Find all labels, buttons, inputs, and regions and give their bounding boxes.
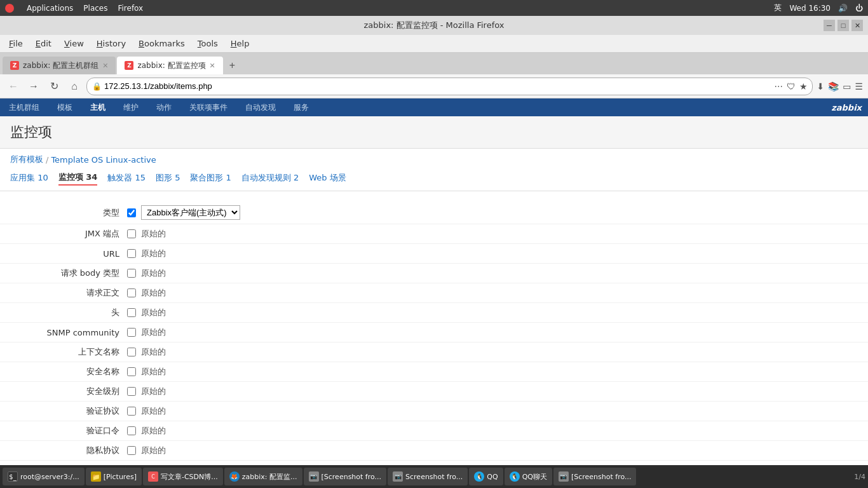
filter-seclevel-checkbox[interactable] <box>127 387 136 396</box>
shield-icon[interactable]: 🛡 <box>787 81 796 92</box>
sub-tabs: 应用集 10 监控项 34 触发器 15 图形 5 聚合图形 1 自动发现规则 … <box>10 170 858 186</box>
filter-jmx-checkbox[interactable] <box>127 229 136 238</box>
places-menu[interactable]: Places <box>83 4 107 13</box>
nav-discovery[interactable]: 自动发现 <box>243 102 278 113</box>
home-button[interactable]: ⌂ <box>66 78 83 95</box>
task-qqchat-label: QQ聊天 <box>522 472 547 473</box>
task-screenshot1-icon: 📷 <box>309 471 319 473</box>
download-icon[interactable]: ⬇ <box>817 81 824 92</box>
task-qqchat[interactable]: 🐧 QQ聊天 <box>505 468 552 473</box>
title-bar: zabbix: 配置监控项 - Mozilla Firefox ─ □ ✕ <box>0 16 868 35</box>
menu-edit[interactable]: Edit <box>29 36 58 51</box>
task-qq[interactable]: 🐧 QQ <box>469 468 503 473</box>
nav-services[interactable]: 服务 <box>291 102 311 113</box>
filter-seclevel-label: 安全级别 <box>0 386 127 397</box>
applications-menu[interactable]: Applications <box>27 4 73 13</box>
task-csdn[interactable]: C 写文章-CSDN博... <box>143 468 223 473</box>
tab-0-icon: Z <box>10 61 19 70</box>
task-screenshot2[interactable]: 📷 Screenshot fro... <box>388 468 468 473</box>
filter-body-type-checkbox[interactable] <box>127 269 136 278</box>
filter-type-select[interactable]: Zabbix客户端(主动式) Zabbix客户端 SNMPv1客户端 <box>141 205 240 220</box>
breadcrumb-template[interactable]: Template OS Linux-active <box>51 155 156 165</box>
filter-body-checkbox[interactable] <box>127 288 136 297</box>
bookmark-star-icon[interactable]: ★ <box>799 81 808 92</box>
task-terminal[interactable]: $_ root@server3:/... <box>3 468 85 473</box>
filter-headers-checkbox[interactable] <box>127 308 136 317</box>
task-screenshot1[interactable]: 📷 [Screenshot fro... <box>304 468 387 473</box>
system-bar-left: Applications Places Firefox <box>5 4 143 13</box>
filter-privproto-checkbox[interactable] <box>127 446 136 455</box>
extra-menu-icon[interactable]: ··· <box>775 81 783 92</box>
main-content: 类型 Zabbix客户端(主动式) Zabbix客户端 SNMPv1客户端 JM… <box>0 191 868 473</box>
nav-templates[interactable]: 模板 <box>55 102 75 113</box>
task-csdn-icon: C <box>148 471 158 473</box>
filter-snmp-checkbox[interactable] <box>127 328 136 337</box>
reload-button[interactable]: ↻ <box>46 78 62 95</box>
bookmarks-icon[interactable]: 📚 <box>828 81 839 92</box>
menu-view[interactable]: View <box>58 36 90 51</box>
menu-bookmarks[interactable]: Bookmarks <box>132 36 191 51</box>
minimize-button[interactable]: ─ <box>824 20 835 31</box>
task-zabbix[interactable]: 🦊 zabbix: 配置监... <box>224 468 302 473</box>
new-tab-button[interactable]: + <box>224 57 240 74</box>
filter-authpass-control: 原始的 <box>127 425 166 437</box>
tab-web[interactable]: Web 场景 <box>309 171 346 185</box>
task-qq-label: QQ <box>487 473 498 473</box>
security-icon: 🔒 <box>92 82 102 91</box>
tab-items-count: 34 <box>86 172 97 182</box>
filter-seclevel-row: 安全级别 原始的 <box>0 382 868 402</box>
task-screenshot3[interactable]: 📷 [Screenshot fro... <box>553 468 637 473</box>
filter-secname-control: 原始的 <box>127 366 166 377</box>
tab-0-label: zabbix: 配置主机群组 <box>23 60 98 71</box>
filter-privproto-label: 隐私协议 <box>0 445 127 456</box>
tab-graphs[interactable]: 图形 5 <box>156 171 180 185</box>
tab-1[interactable]: Z zabbix: 配置监控项 ✕ <box>117 57 222 74</box>
firefox-menu[interactable]: Firefox <box>118 4 143 13</box>
filter-secname-label: 安全名称 <box>0 366 127 377</box>
task-terminal-icon: $_ <box>8 471 18 473</box>
filter-context-checkbox[interactable] <box>127 348 136 356</box>
menu-history[interactable]: History <box>90 36 132 51</box>
menu-file[interactable]: File <box>3 36 29 51</box>
filter-authproto-checkbox[interactable] <box>127 407 136 416</box>
menu-tools[interactable]: Tools <box>191 36 224 51</box>
filter-type-checkbox[interactable] <box>127 208 136 217</box>
filter-privproto-value: 原始的 <box>141 445 166 456</box>
filter-snmp-label: SNMP community <box>0 328 127 337</box>
hamburger-icon[interactable]: ☰ <box>855 81 863 92</box>
close-button[interactable]: ✕ <box>851 20 863 31</box>
tab-triggers[interactable]: 触发器 15 <box>107 171 146 185</box>
volume-icon[interactable]: 🔊 <box>838 4 848 13</box>
forward-button[interactable]: → <box>25 78 42 95</box>
filter-context-row: 上下文名称 原始的 <box>0 342 868 362</box>
tab-0[interactable]: Z zabbix: 配置主机群组 ✕ <box>3 57 116 74</box>
restore-button[interactable]: □ <box>837 20 849 31</box>
nav-hostgroups[interactable]: 主机群组 <box>6 102 42 113</box>
tab-items[interactable]: 监控项 34 <box>58 170 98 186</box>
tab-screens-count: 1 <box>226 173 231 182</box>
filter-secname-checkbox[interactable] <box>127 367 136 376</box>
menu-help[interactable]: Help <box>224 36 256 51</box>
task-pictures[interactable]: 📁 [Pictures] <box>86 468 142 473</box>
task-screenshot1-label: [Screenshot fro... <box>322 473 382 473</box>
tab-appsets-count: 10 <box>37 173 48 182</box>
tab-1-close[interactable]: ✕ <box>210 62 215 70</box>
address-input[interactable] <box>104 81 772 91</box>
filter-url-checkbox[interactable] <box>127 249 136 258</box>
sidepanel-icon[interactable]: ▭ <box>843 81 851 92</box>
tab-discovery[interactable]: 自动发现规则 2 <box>241 171 299 185</box>
nav-actions[interactable]: 动作 <box>154 102 174 113</box>
filter-privproto-row: 隐私协议 原始的 <box>0 441 868 461</box>
tab-screens[interactable]: 聚合图形 1 <box>190 171 231 185</box>
filter-authpass-checkbox[interactable] <box>127 426 136 435</box>
nav-hosts[interactable]: 主机 <box>88 102 108 113</box>
nav-correlation[interactable]: 关联项事件 <box>187 102 230 113</box>
nav-maintenance[interactable]: 维护 <box>121 102 141 113</box>
breadcrumb-all-templates[interactable]: 所有模板 <box>10 154 43 165</box>
tab-appsets[interactable]: 应用集 10 <box>10 171 48 185</box>
tab-0-close[interactable]: ✕ <box>102 62 108 70</box>
back-button[interactable]: ← <box>5 78 22 95</box>
filter-type-label: 类型 <box>0 207 127 219</box>
power-icon[interactable]: ⏻ <box>855 4 863 13</box>
filter-body-label: 请求正文 <box>0 287 127 299</box>
